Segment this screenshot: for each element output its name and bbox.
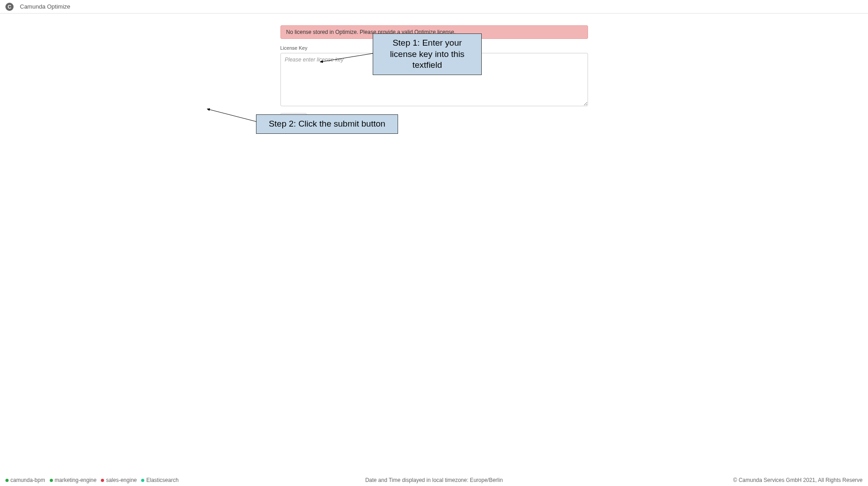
status-dot-icon	[101, 479, 104, 482]
footer-status-list: camunda-bpm marketing-engine sales-engin…	[5, 477, 179, 483]
status-item-marketing-engine: marketing-engine	[50, 477, 97, 483]
app-title: Camunda Optimize	[20, 3, 70, 10]
status-item-sales-engine: sales-engine	[101, 477, 137, 483]
status-dot-icon	[141, 479, 144, 482]
status-label: Elasticsearch	[146, 477, 178, 483]
footer-bar: camunda-bpm marketing-engine sales-engin…	[0, 474, 868, 486]
status-label: marketing-engine	[55, 477, 97, 483]
status-dot-icon	[50, 479, 53, 482]
app-header: C Camunda Optimize	[0, 0, 868, 14]
app-logo-icon: C	[5, 3, 14, 11]
footer-timezone: Date and Time displayed in local timezon…	[365, 477, 503, 483]
logo-letter: C	[8, 4, 11, 9]
status-label: sales-engine	[106, 477, 137, 483]
svg-line-3	[207, 109, 256, 122]
status-item-elasticsearch: Elasticsearch	[141, 477, 178, 483]
status-item-camunda-bpm: camunda-bpm	[5, 477, 45, 483]
status-dot-icon	[5, 479, 9, 482]
annotation-step-2: Step 2: Click the submit button	[256, 114, 398, 134]
status-label: camunda-bpm	[10, 477, 45, 483]
annotation-step-1: Step 1: Enter your license key into this…	[373, 33, 482, 75]
footer-copyright: © Camunda Services GmbH 2021, All Rights…	[733, 477, 863, 483]
arrow-icon	[204, 106, 262, 124]
